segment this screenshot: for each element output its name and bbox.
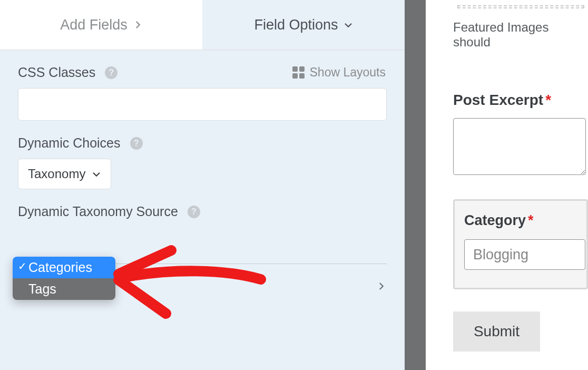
dynamic-taxonomy-source-group: Dynamic Taxonomy Source ?: [18, 189, 387, 219]
tab-label: Add Fields: [60, 17, 128, 33]
tab-add-fields[interactable]: Add Fields: [0, 0, 202, 50]
help-icon[interactable]: ?: [105, 66, 117, 79]
show-layouts-label: Show Layouts: [310, 65, 386, 80]
dropdown-option-tags[interactable]: Tags: [13, 278, 115, 300]
taxonomy-source-dropdown: Categories Tags: [13, 257, 115, 300]
panel-divider: [405, 0, 426, 370]
submit-button[interactable]: Submit: [453, 311, 540, 352]
help-icon[interactable]: ?: [188, 206, 200, 218]
panel-body: CSS Classes ? Show Layouts Dynamic Choic…: [0, 50, 405, 370]
dynamic-choices-value: Taxonomy: [28, 167, 85, 181]
upload-placeholder: [457, 5, 584, 8]
post-excerpt-label: Post Excerpt*: [453, 92, 588, 109]
grid-icon: [292, 66, 305, 79]
css-classes-input[interactable]: [18, 88, 387, 121]
dynamic-choices-label: Dynamic Choices: [18, 135, 121, 151]
category-value: Blogging: [473, 247, 528, 263]
dynamic-taxonomy-source-label: Dynamic Taxonomy Source: [18, 204, 178, 219]
chevron-right-icon: [376, 281, 386, 291]
post-excerpt-textarea[interactable]: [453, 118, 586, 175]
dynamic-choices-group: Dynamic Choices ? Taxonomy: [18, 121, 387, 189]
tab-field-options[interactable]: Field Options: [202, 0, 405, 50]
dynamic-choices-select[interactable]: Taxonomy: [18, 159, 111, 189]
required-asterisk: *: [545, 92, 551, 108]
category-field-card: Category* Blogging: [453, 199, 588, 289]
chevron-down-icon: [92, 169, 101, 179]
show-layouts-button[interactable]: Show Layouts: [292, 65, 386, 80]
dropdown-option-categories[interactable]: Categories: [13, 257, 115, 278]
category-select[interactable]: Blogging: [464, 239, 585, 270]
help-icon[interactable]: ?: [130, 137, 143, 150]
featured-images-text: Featured Images should: [453, 20, 588, 50]
field-options-panel: Add Fields Field Options CSS Classes ? S…: [0, 0, 405, 370]
chevron-right-icon: [133, 20, 142, 30]
css-classes-group: CSS Classes ? Show Layouts: [18, 50, 387, 121]
chevron-down-icon: [344, 20, 353, 30]
css-classes-label: CSS Classes: [18, 65, 95, 80]
form-preview-panel: Featured Images should Post Excerpt* Cat…: [426, 0, 588, 370]
tab-label: Field Options: [254, 17, 338, 33]
category-label: Category*: [464, 212, 586, 229]
panel-tabs: Add Fields Field Options: [0, 0, 405, 50]
required-asterisk: *: [528, 212, 534, 228]
